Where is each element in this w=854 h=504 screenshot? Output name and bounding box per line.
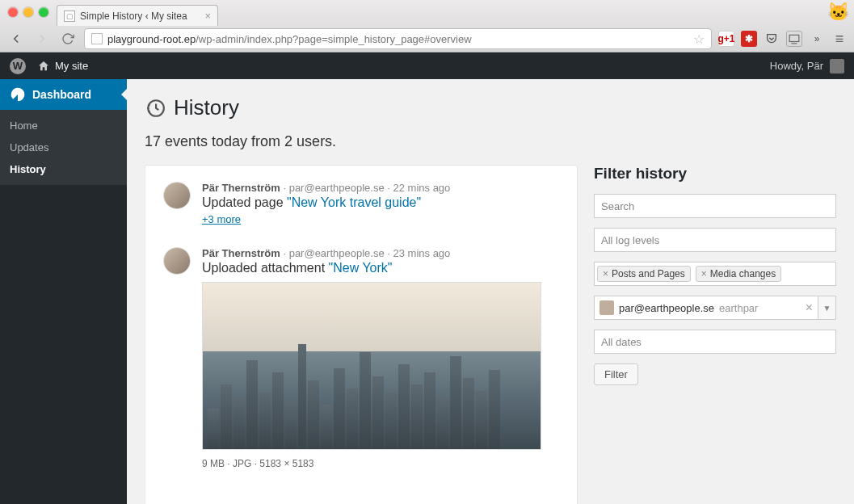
- site-identity-icon: [91, 33, 103, 44]
- maximize-window-icon[interactable]: [39, 7, 48, 17]
- bookmark-star-icon[interactable]: ☆: [693, 32, 705, 47]
- window-controls[interactable]: [8, 7, 48, 17]
- howdy-text: Howdy, Pär: [770, 60, 823, 72]
- address-bar[interactable]: playground-root.ep/wp-admin/index.php?pa…: [84, 28, 712, 49]
- event-meta: Pär Thernström · par@earthpeople.se · 22…: [202, 182, 450, 194]
- browser-tab[interactable]: ▢ Simple History ‹ My sitea ×: [57, 5, 218, 26]
- admin-menu: Dashboard Home Updates History: [0, 79, 127, 504]
- page-title-text: History: [174, 95, 239, 120]
- menu-dashboard[interactable]: Dashboard: [0, 79, 127, 110]
- extension-red-icon[interactable]: ✱: [741, 31, 757, 47]
- event-email: par@earthpeople.se: [289, 247, 385, 259]
- event-author: Pär Thernström: [202, 182, 280, 194]
- tag-label: Media changes: [710, 268, 776, 279]
- history-icon: [145, 98, 166, 119]
- pocket-icon[interactable]: [764, 31, 780, 47]
- event-action: Uploaded attachment: [202, 261, 329, 275]
- event-entry: Pär Thernström · par@earthpeople.se · 23…: [163, 247, 559, 469]
- site-name: My site: [55, 60, 88, 72]
- submenu-history[interactable]: History: [0, 158, 127, 180]
- back-button[interactable]: [6, 29, 26, 48]
- avatar-icon: [163, 182, 191, 209]
- google-plus-icon[interactable]: g+1: [718, 31, 734, 47]
- log-levels-select[interactable]: [594, 228, 836, 252]
- attachment-thumbnail[interactable]: [202, 282, 541, 450]
- filter-tag[interactable]: ×Media changes: [696, 266, 781, 282]
- clear-user-icon[interactable]: ×: [801, 300, 818, 315]
- event-entry: Pär Thernström · par@earthpeople.se · 22…: [163, 182, 559, 226]
- howdy-account[interactable]: Howdy, Pär: [770, 59, 844, 74]
- filter-sidebar: Filter history ×Posts and Pages ×Media c…: [594, 165, 836, 504]
- reload-button[interactable]: [58, 29, 78, 48]
- event-time: 22 mins ago: [393, 182, 451, 194]
- avatar-icon: [830, 59, 844, 74]
- submenu-dashboard: Home Updates History: [0, 110, 127, 185]
- tab-title: Simple History ‹ My sitea: [80, 10, 187, 22]
- user-extra-text: earthpar: [719, 302, 758, 314]
- close-tab-icon[interactable]: ×: [204, 10, 211, 22]
- hamburger-menu-icon[interactable]: ≡: [831, 31, 848, 47]
- page-title: History: [145, 95, 836, 120]
- event-description: Updated page "New York travel guide": [202, 195, 450, 210]
- message-types-select[interactable]: ×Posts and Pages ×Media changes: [594, 262, 836, 286]
- tag-label: Posts and Pages: [612, 268, 685, 279]
- browser-chrome: ▢ Simple History ‹ My sitea × 🐱 playgrou…: [0, 0, 854, 52]
- minimize-window-icon[interactable]: [23, 7, 33, 17]
- user-email: par@earthpeople.se: [619, 302, 714, 314]
- summary-text: 17 events today from 2 users.: [145, 133, 836, 150]
- url-host: playground-root.ep: [107, 33, 196, 45]
- event-description: Uploaded attachment "New York": [202, 261, 541, 275]
- wordpress-logo-icon[interactable]: W: [10, 58, 26, 74]
- search-input[interactable]: [594, 194, 836, 218]
- content-area: History 17 events today from 2 users. Pä…: [127, 79, 854, 504]
- user-avatar-icon: [599, 300, 614, 315]
- url-path: /wp-admin/index.php?page=simple_history_…: [196, 33, 471, 45]
- cat-extension-icon[interactable]: 🐱: [827, 2, 849, 23]
- forward-button[interactable]: [32, 29, 52, 48]
- avatar-icon: [163, 247, 191, 275]
- chevron-down-icon[interactable]: ▼: [818, 296, 835, 319]
- svg-rect-0: [789, 35, 799, 41]
- event-link[interactable]: "New York": [329, 261, 393, 275]
- event-author: Pär Thernström: [202, 247, 280, 259]
- attachment-info: 9 MB · JPG · 5183 × 5183: [202, 458, 541, 469]
- event-meta: Pär Thernström · par@earthpeople.se · 23…: [202, 247, 541, 259]
- wp-admin-bar: W My site Howdy, Pär: [0, 52, 854, 79]
- dashboard-icon: [10, 86, 26, 103]
- menu-dashboard-label: Dashboard: [32, 88, 91, 101]
- remove-tag-icon[interactable]: ×: [603, 268, 608, 279]
- filter-heading: Filter history: [594, 165, 836, 183]
- dates-select[interactable]: [594, 330, 836, 354]
- event-link[interactable]: "New York travel guide": [287, 195, 421, 209]
- close-window-icon[interactable]: [8, 7, 18, 17]
- site-link[interactable]: My site: [37, 60, 88, 73]
- overflow-icon[interactable]: »: [809, 31, 825, 47]
- event-action: Updated page: [202, 195, 287, 209]
- event-more-link[interactable]: +3 more: [202, 213, 241, 225]
- page-icon: ▢: [64, 10, 75, 22]
- event-email: par@earthpeople.se: [289, 182, 385, 194]
- submenu-home[interactable]: Home: [0, 115, 127, 136]
- filter-tag[interactable]: ×Posts and Pages: [597, 266, 691, 282]
- submenu-updates[interactable]: Updates: [0, 136, 127, 158]
- cast-icon[interactable]: [786, 31, 802, 47]
- event-time: 23 mins ago: [393, 247, 451, 259]
- events-feed: Pär Thernström · par@earthpeople.se · 22…: [145, 165, 578, 504]
- filter-button[interactable]: Filter: [594, 363, 638, 385]
- home-icon: [37, 60, 50, 73]
- remove-tag-icon[interactable]: ×: [701, 268, 707, 279]
- user-select[interactable]: par@earthpeople.se earthpar × ▼: [594, 296, 836, 320]
